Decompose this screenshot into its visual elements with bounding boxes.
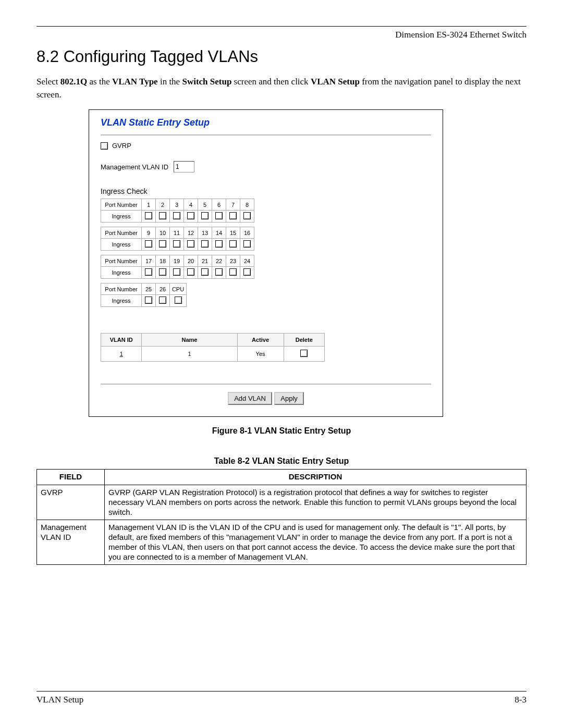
port-number-cell: 2 (156, 199, 170, 211)
ingress-checkbox[interactable] (215, 240, 223, 248)
port-number-row: Port Number 1 2 3 4 5 6 7 8 (101, 199, 254, 211)
ingress-checkbox[interactable] (145, 297, 152, 304)
port-number-row: Port Number 17 18 19 20 21 22 23 24 (101, 255, 254, 267)
ingress-label: Ingress (101, 239, 142, 251)
ingress-checkbox[interactable] (243, 240, 251, 248)
port-number-cell: 17 (142, 255, 156, 267)
vlan-name-cell: 1 (142, 347, 237, 362)
port-number-cell: 21 (198, 255, 212, 267)
port-number-label: Port Number (101, 199, 142, 211)
port-number-cell: 7 (226, 199, 240, 211)
vlan-active-cell: Yes (237, 347, 284, 362)
port-number-row: Port Number 9 10 11 12 13 14 15 16 (101, 227, 254, 239)
port-number-cell: 6 (212, 199, 226, 211)
field-header: FIELD (37, 470, 105, 485)
para-text: screen and then click (231, 77, 311, 87)
ingress-row: Ingress (101, 267, 254, 279)
para-bold: VLAN Setup (311, 77, 360, 87)
panel-title: VLAN Static Entry Setup (101, 117, 431, 128)
section-heading: 8.2 Configuring Tagged VLANs (36, 47, 527, 66)
port-number-cell: 1 (142, 199, 156, 211)
figure-box: VLAN Static Entry Setup GVRP Management … (89, 109, 443, 417)
description-cell: GVRP (GARP VLAN Registration Protocol) i… (105, 485, 527, 520)
port-number-label: Port Number (101, 283, 142, 295)
header-text: Dimension ES-3024 Ethernet Switch (36, 30, 527, 40)
vlan-list-table: VLAN ID Name Active Delete 1 1 Yes (101, 333, 325, 362)
para-bold: Switch Setup (182, 77, 231, 87)
figure-caption: Figure 8-1 VLAN Static Entry Setup (36, 426, 527, 436)
port-number-cell: 18 (156, 255, 170, 267)
port-number-cell: 15 (226, 227, 240, 239)
ingress-row: Ingress (101, 211, 254, 223)
ingress-checkbox[interactable] (175, 297, 182, 304)
vlan-id-header: VLAN ID (101, 334, 142, 347)
intro-paragraph: Select 802.1Q as the VLAN Type in the Sw… (36, 76, 527, 101)
port-number-cell: 23 (226, 255, 240, 267)
port-number-cell: 9 (142, 227, 156, 239)
ingress-table-4: Port Number 25 26 CPU Ingress (101, 283, 187, 307)
port-number-cell: 13 (198, 227, 212, 239)
ingress-checkbox[interactable] (201, 268, 209, 276)
port-number-cell: 5 (198, 199, 212, 211)
ingress-checkbox[interactable] (215, 212, 223, 219)
port-number-cell: CPU (170, 283, 187, 295)
ingress-checkbox[interactable] (159, 297, 166, 304)
ingress-check-title: Ingress Check (101, 187, 431, 195)
ingress-checkbox[interactable] (215, 268, 223, 276)
table-row: 1 1 Yes (101, 347, 325, 362)
port-number-cell: 19 (170, 255, 184, 267)
ingress-checkbox[interactable] (201, 212, 209, 219)
ingress-checkbox[interactable] (229, 240, 237, 248)
ingress-checkbox[interactable] (187, 240, 194, 248)
para-text: in the (158, 77, 182, 87)
para-text: as the (87, 77, 112, 87)
port-number-cell: 20 (184, 255, 198, 267)
ingress-checkbox[interactable] (229, 268, 237, 276)
ingress-row: Ingress (101, 239, 254, 251)
description-cell: Management VLAN ID is the VLAN ID of the… (105, 520, 527, 565)
port-number-cell: 22 (212, 255, 226, 267)
ingress-checkbox[interactable] (243, 212, 251, 219)
ingress-checkbox[interactable] (187, 268, 194, 276)
ingress-checkbox[interactable] (145, 268, 152, 276)
ingress-checkbox[interactable] (173, 268, 180, 276)
port-number-label: Port Number (101, 227, 142, 239)
ingress-checkbox[interactable] (229, 212, 237, 219)
delete-header: Delete (284, 334, 324, 347)
add-vlan-button[interactable]: Add VLAN (228, 392, 272, 405)
port-number-cell: 25 (142, 283, 156, 295)
field-cell: Management VLAN ID (37, 520, 105, 565)
para-bold: 802.1Q (60, 77, 87, 87)
description-header: DESCRIPTION (105, 470, 527, 485)
description-table: FIELD DESCRIPTION GVRP GVRP (GARP VLAN R… (36, 469, 527, 565)
gvrp-checkbox[interactable] (101, 142, 108, 150)
ingress-checkbox[interactable] (187, 212, 194, 219)
port-number-cell: 8 (240, 199, 254, 211)
ingress-checkbox[interactable] (145, 212, 152, 219)
port-number-cell: 10 (156, 227, 170, 239)
gvrp-label: GVRP (112, 142, 131, 150)
mgmt-vlan-input[interactable] (174, 161, 194, 172)
ingress-table-2: Port Number 9 10 11 12 13 14 15 16 Ingre… (101, 227, 254, 251)
ingress-checkbox[interactable] (159, 240, 166, 248)
port-number-cell: 11 (170, 227, 184, 239)
ingress-table-1: Port Number 1 2 3 4 5 6 7 8 Ingress (101, 199, 254, 223)
ingress-checkbox[interactable] (173, 212, 180, 219)
mgmt-vlan-label: Management VLAN ID (101, 163, 168, 171)
port-number-cell: 3 (170, 199, 184, 211)
ingress-checkbox[interactable] (173, 240, 180, 248)
delete-checkbox[interactable] (300, 350, 308, 357)
ingress-checkbox[interactable] (145, 240, 152, 248)
ingress-checkbox[interactable] (159, 212, 166, 219)
active-header: Active (237, 334, 284, 347)
port-number-cell: 24 (240, 255, 254, 267)
ingress-checkbox[interactable] (159, 268, 166, 276)
ingress-row: Ingress (101, 295, 187, 307)
footer: VLAN Setup 8-3 (36, 691, 527, 705)
ingress-checkbox[interactable] (201, 240, 209, 248)
apply-button[interactable]: Apply (274, 392, 304, 405)
para-bold: VLAN Type (112, 77, 158, 87)
vlan-id-link[interactable]: 1 (101, 347, 142, 362)
ingress-checkbox[interactable] (243, 268, 251, 276)
para-text: Select (36, 77, 60, 87)
